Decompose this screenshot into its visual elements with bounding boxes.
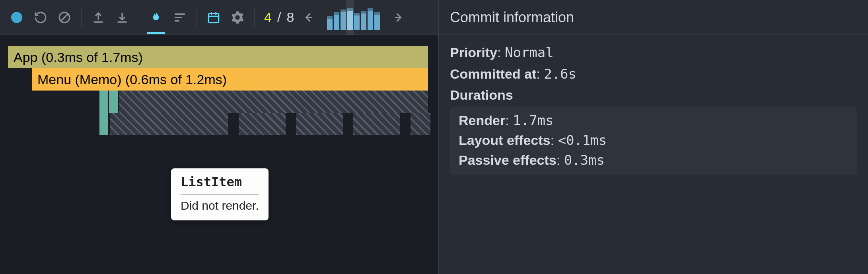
commit-bar[interactable]: [341, 10, 346, 30]
flame-icon: [149, 11, 163, 24]
committed-at-label: Committed at: [450, 66, 536, 81]
ranked-tab[interactable]: [169, 6, 191, 29]
tooltip-body: Did not render.: [181, 198, 259, 213]
svg-line-1: [61, 14, 68, 21]
priority-row: Priority: Normal: [450, 44, 857, 60]
render-label: Render: [459, 113, 505, 128]
committed-at-row: Committed at: 2.6s: [450, 66, 857, 82]
layout-label: Layout effects: [459, 133, 551, 148]
clear-button[interactable]: [53, 6, 76, 29]
flame-bar-no-render[interactable]: [109, 113, 228, 135]
arrow-right-icon: [392, 12, 404, 23]
tooltip: ListItem Did not render.: [171, 168, 269, 220]
flame-bar-no-render[interactable]: [238, 113, 286, 135]
priority-label: Priority: [450, 45, 497, 60]
flame-bar-no-render[interactable]: [410, 113, 430, 135]
next-commit-button[interactable]: [389, 8, 407, 27]
commit-info-pane: Commit information Priority: Normal Comm…: [439, 0, 868, 274]
flamegraph-area: App (0.3ms of 1.7ms)Menu (Memo) (0.6ms o…: [0, 35, 438, 274]
commit-total: 8: [286, 10, 294, 25]
commit-bar[interactable]: [374, 12, 380, 30]
divider: [81, 8, 82, 27]
export-button[interactable]: [111, 6, 133, 29]
commit-info-header: Commit information: [439, 0, 868, 35]
priority-value: Normal: [505, 44, 554, 60]
durations-box: Render: 1.7ms Layout effects: <0.1ms Pas…: [450, 107, 857, 175]
commit-current: 4: [264, 10, 272, 25]
flame-bar[interactable]: Menu (Memo) (0.6ms of 1.2ms): [32, 68, 428, 91]
prev-commit-button[interactable]: [300, 8, 318, 27]
divider: [139, 8, 139, 27]
reload-button[interactable]: [29, 6, 52, 29]
arrow-left-icon: [303, 12, 315, 23]
record-button[interactable]: [6, 6, 28, 29]
svg-rect-5: [208, 14, 219, 23]
flame-bar[interactable]: App (0.3ms of 1.7ms): [8, 46, 428, 68]
committed-at-value: 2.6s: [544, 66, 576, 82]
settings-button[interactable]: [226, 6, 249, 29]
calendar-icon: [207, 11, 220, 24]
durations-label: Durations: [450, 87, 857, 103]
tooltip-title: ListItem: [181, 174, 259, 195]
clear-icon: [58, 11, 71, 24]
commit-bar[interactable]: [354, 13, 360, 30]
passive-value: 0.3ms: [564, 152, 605, 168]
reload-icon: [34, 11, 47, 24]
timeline-button[interactable]: [202, 6, 225, 29]
upload-icon: [91, 11, 105, 24]
passive-label: Passive effects: [459, 152, 557, 168]
passive-effects-row: Passive effects: 0.3ms: [459, 152, 848, 168]
ranked-icon: [173, 11, 187, 24]
profiler-toolbar: 4 / 8: [0, 0, 438, 35]
divider: [254, 8, 255, 27]
gear-icon: [231, 11, 244, 24]
commit-bar[interactable]: [334, 12, 339, 30]
commit-bar[interactable]: [368, 8, 373, 30]
import-button[interactable]: [87, 6, 109, 29]
layout-effects-row: Layout effects: <0.1ms: [459, 132, 848, 148]
commit-separator: /: [277, 10, 281, 25]
flame-bar[interactable]: [109, 91, 118, 113]
flamegraph-tab[interactable]: [145, 6, 167, 29]
divider: [197, 8, 197, 27]
commit-selector: 4 / 8: [264, 5, 407, 30]
flame-bar[interactable]: [99, 91, 108, 113]
render-duration-row: Render: 1.7ms: [459, 112, 848, 128]
flame-bar-no-render[interactable]: [295, 113, 343, 135]
commit-bar[interactable]: [361, 11, 366, 30]
download-icon: [115, 11, 129, 24]
record-icon: [11, 12, 22, 23]
commit-bar[interactable]: [327, 16, 333, 30]
flame-bar[interactable]: [99, 113, 108, 135]
flame-bar-no-render[interactable]: [119, 91, 428, 113]
render-value: 1.7ms: [513, 112, 553, 128]
layout-value: <0.1ms: [558, 132, 607, 148]
flame-bar-no-render[interactable]: [352, 113, 400, 135]
commit-bar-chart[interactable]: [326, 5, 381, 30]
